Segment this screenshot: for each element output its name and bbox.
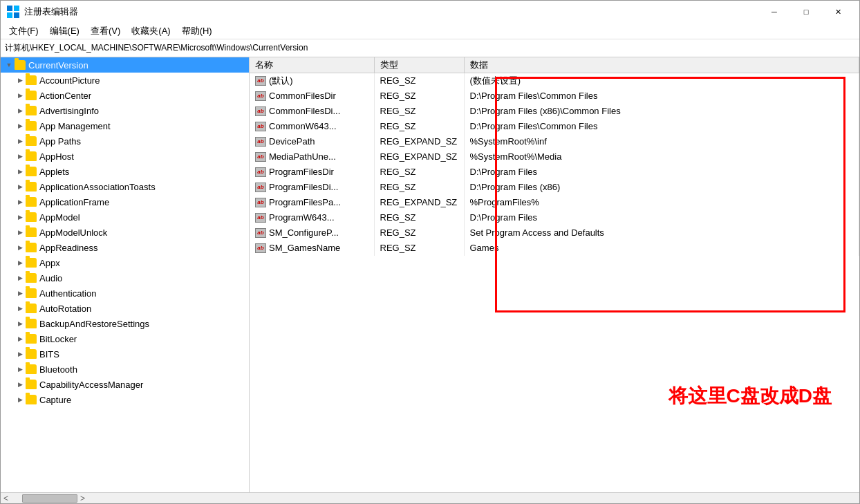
tree-item-appreadiness[interactable]: ▶ AppReadiness [1, 240, 249, 255]
tree-label: ActionCenter [39, 91, 91, 101]
tree-item-audio[interactable]: ▶ Audio [1, 270, 249, 286]
maximize-button[interactable]: □ [790, 1, 822, 23]
tree-panel[interactable]: ▼ CurrentVersion ▶ AccountPicture ▶ Acti… [1, 57, 250, 492]
cell-data: (数值未设置) [464, 73, 859, 88]
menu-help[interactable]: 帮助(H) [176, 24, 218, 39]
table-row[interactable]: abProgramFilesDi... REG_SZ D:\Program Fi… [250, 180, 859, 195]
tree-item-appmodelunlock[interactable]: ▶ AppModelUnlock [1, 225, 249, 240]
cell-name: abProgramFilesDi... [250, 180, 374, 195]
tree-label: Applets [39, 167, 69, 177]
col-data: 数据 [464, 57, 859, 73]
cell-type: REG_SZ [374, 119, 464, 134]
tree-label: AppModelUnlock [39, 227, 107, 238]
tree-item-backuprestore[interactable]: ▶ BackupAndRestoreSettings [1, 316, 249, 331]
table-row[interactable]: abMediaPathUne... REG_EXPAND_SZ %SystemR… [250, 149, 859, 165]
table-row[interactable]: abProgramFilesPa... REG_EXPAND_SZ %Progr… [250, 195, 859, 210]
tree-label: BackupAndRestoreSettings [39, 319, 149, 329]
table-row[interactable]: abProgramFilesDir REG_SZ D:\Program File… [250, 165, 859, 180]
cell-data: D:\Program Files (x86)\Common Files [464, 104, 859, 119]
scroll-thumb[interactable] [22, 494, 77, 503]
tree-item-authentication[interactable]: ▶ Authentication [1, 286, 249, 301]
cell-type: REG_EXPAND_SZ [374, 149, 464, 165]
table-row[interactable]: abCommonFilesDir REG_SZ D:\Program Files… [250, 88, 859, 104]
tree-label: AccountPicture [39, 75, 100, 86]
cell-data: D:\Program Files (x86) [464, 180, 859, 195]
table-row[interactable]: abProgramW643... REG_SZ D:\Program Files [250, 210, 859, 225]
expand-icon: ▶ [15, 379, 26, 390]
tree-item-currentversion[interactable]: ▼ CurrentVersion [1, 57, 249, 73]
tree-item-bits[interactable]: ▶ BITS [1, 346, 249, 362]
svg-rect-2 [7, 12, 12, 18]
expand-icon: ▶ [15, 288, 26, 299]
expand-icon: ▶ [15, 394, 26, 405]
minimize-button[interactable]: ─ [758, 1, 790, 23]
table-row[interactable]: abCommonW643... REG_SZ D:\Program Files\… [250, 119, 859, 134]
expand-icon: ▶ [15, 333, 26, 344]
tree-item-autorotation[interactable]: ▶ AutoRotation [1, 301, 249, 316]
menu-view[interactable]: 查看(V) [85, 24, 126, 39]
cell-name: abSM_GamesName [250, 241, 374, 256]
folder-icon [26, 334, 37, 344]
cell-name: abProgramFilesDir [250, 165, 374, 180]
tree-item-actioncenter[interactable]: ▶ ActionCenter [1, 88, 249, 103]
folder-icon [26, 227, 37, 237]
folder-icon [26, 91, 37, 100]
expand-icon: ▶ [15, 196, 26, 207]
tree-item-apppaths[interactable]: ▶ App Paths [1, 133, 249, 149]
tree-label: CurrentVersion [28, 60, 88, 71]
registry-editor-window: 注册表编辑器 ─ □ ✕ 文件(F) 编辑(E) 查看(V) 收藏夹(A) 帮助… [0, 0, 860, 504]
folder-icon [26, 197, 37, 207]
reg-icon: ab [255, 122, 266, 131]
cell-data: %SystemRoot%\inf [464, 134, 859, 149]
close-button[interactable]: ✕ [822, 1, 854, 23]
tree-item-appframe[interactable]: ▶ ApplicationFrame [1, 194, 249, 209]
right-panel: 将这里C盘改成D盘 名称 类型 数据 ab(默认) REG_SZ (数值未设置)… [250, 57, 859, 492]
tree-item-capabilityaccess[interactable]: ▶ CapabilityAccessManager [1, 377, 249, 392]
table-row[interactable]: abSM_GamesName REG_SZ Games [250, 241, 859, 256]
cell-data: Games [464, 241, 859, 256]
bottom-scrollbar[interactable]: < > [1, 492, 859, 503]
menu-favorites[interactable]: 收藏夹(A) [126, 24, 176, 39]
expand-icon: ▶ [15, 166, 26, 177]
tree-label: Appx [39, 258, 60, 268]
title-bar: 注册表编辑器 ─ □ ✕ [1, 1, 859, 23]
table-row[interactable]: ab(默认) REG_SZ (数值未设置) [250, 73, 859, 88]
cell-name: abCommonFilesDir [250, 88, 374, 104]
expand-icon: ▶ [15, 318, 26, 329]
folder-icon [26, 364, 37, 374]
reg-icon: ab [255, 167, 266, 177]
reg-icon: ab [255, 76, 266, 86]
tree-item-bitlocker[interactable]: ▶ BitLocker [1, 331, 249, 346]
folder-icon [26, 258, 37, 268]
tree-item-appmodel[interactable]: ▶ AppModel [1, 209, 249, 225]
table-row[interactable]: abCommonFilesDi... REG_SZ D:\Program Fil… [250, 104, 859, 119]
tree-item-appx[interactable]: ▶ Appx [1, 255, 249, 270]
menu-file[interactable]: 文件(F) [3, 24, 44, 39]
expand-icon: ▶ [15, 227, 26, 238]
folder-icon [26, 167, 37, 176]
cell-name: abSM_ConfigureP... [250, 225, 374, 241]
tree-item-accountpicture[interactable]: ▶ AccountPicture [1, 73, 249, 88]
tree-item-applets[interactable]: ▶ Applets [1, 164, 249, 179]
cell-name: abDevicePath [250, 134, 374, 149]
reg-icon: ab [255, 198, 266, 207]
expand-icon: ▶ [15, 303, 26, 314]
folder-icon [26, 243, 37, 252]
cell-type: REG_EXPAND_SZ [374, 195, 464, 210]
folder-icon [26, 395, 37, 404]
reg-icon: ab [255, 91, 266, 101]
tree-item-advertisinginfo[interactable]: ▶ AdvertisingInfo [1, 103, 249, 118]
tree-item-capture[interactable]: ▶ Capture [1, 392, 249, 407]
tree-label: App Management [39, 121, 111, 131]
folder-icon [26, 304, 37, 313]
menu-edit[interactable]: 编辑(E) [44, 24, 85, 39]
tree-item-bluetooth[interactable]: ▶ Bluetooth [1, 362, 249, 377]
tree-item-apphost[interactable]: ▶ AppHost [1, 149, 249, 164]
table-row[interactable]: abSM_ConfigureP... REG_SZ Set Program Ac… [250, 225, 859, 241]
table-row[interactable]: abDevicePath REG_EXPAND_SZ %SystemRoot%\… [250, 134, 859, 149]
tree-item-appmanagement[interactable]: ▶ App Management [1, 118, 249, 133]
expand-icon: ▼ [3, 59, 15, 71]
reg-icon: ab [255, 183, 266, 192]
folder-icon [26, 288, 37, 298]
tree-item-apptoasts[interactable]: ▶ ApplicationAssociationToasts [1, 179, 249, 194]
